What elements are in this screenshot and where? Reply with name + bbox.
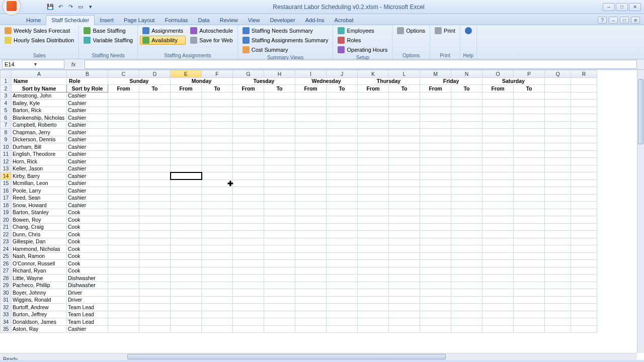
cell-E6[interactable] xyxy=(171,114,202,122)
cell-Q23[interactable] xyxy=(545,238,571,245)
cell-Q5[interactable] xyxy=(545,107,571,114)
cell-R20[interactable] xyxy=(571,216,597,224)
cell-N3[interactable] xyxy=(451,92,482,100)
cell-G5[interactable] xyxy=(233,107,264,114)
cell-role[interactable]: Cashier xyxy=(67,107,108,114)
row-header-34[interactable]: 34 xyxy=(1,318,12,326)
cell-G12[interactable] xyxy=(233,158,264,165)
cell-P19[interactable] xyxy=(514,209,545,216)
tab-data[interactable]: Data xyxy=(193,16,215,25)
qat-dropdown-icon[interactable]: ▾ xyxy=(87,3,95,11)
cell-C12[interactable] xyxy=(108,158,139,165)
cell-E21[interactable] xyxy=(171,223,202,231)
row-header-30[interactable]: 30 xyxy=(1,289,12,297)
cell-name[interactable]: Donaldson, James xyxy=(12,318,67,326)
row-header-15[interactable]: 15 xyxy=(1,179,12,187)
cell-Q19[interactable] xyxy=(545,209,571,216)
cell-E8[interactable] xyxy=(171,129,202,136)
tab-page-layout[interactable]: Page Layout xyxy=(119,16,160,25)
cell-I16[interactable] xyxy=(295,187,327,195)
cell-R35[interactable] xyxy=(571,325,597,333)
cell-D35[interactable] xyxy=(139,325,171,333)
cell-G4[interactable] xyxy=(233,100,264,107)
cell-J28[interactable] xyxy=(327,275,358,282)
cell-E23[interactable] xyxy=(171,238,202,245)
cell-E33[interactable] xyxy=(171,311,202,318)
col-header-L[interactable]: L xyxy=(389,70,420,78)
col-header-A[interactable]: A xyxy=(12,70,67,78)
cell-F8[interactable] xyxy=(202,129,233,136)
col-header-O[interactable]: O xyxy=(482,70,514,78)
cell-H19[interactable] xyxy=(264,209,295,216)
cell-F19[interactable] xyxy=(202,209,233,216)
cell-H31[interactable] xyxy=(264,296,295,304)
cell-E17[interactable] xyxy=(171,194,202,202)
cell-P10[interactable] xyxy=(514,143,545,151)
cell-F10[interactable] xyxy=(202,143,233,151)
cell-Q4[interactable] xyxy=(545,100,571,107)
cell-O25[interactable] xyxy=(482,252,514,260)
row-header-29[interactable]: 29 xyxy=(1,282,12,289)
cell-L12[interactable] xyxy=(389,158,420,165)
cell-C7[interactable] xyxy=(108,121,139,129)
cell-N9[interactable] xyxy=(451,136,482,143)
cell-H12[interactable] xyxy=(264,158,295,165)
cell-role[interactable]: Cook xyxy=(67,245,108,253)
cell-Q9[interactable] xyxy=(545,136,571,143)
cell-H24[interactable] xyxy=(264,245,295,253)
row-header-10[interactable]: 10 xyxy=(1,143,12,151)
cell-name[interactable]: O'Connor, Russell xyxy=(12,260,67,267)
cell-I5[interactable] xyxy=(295,107,327,114)
cell-D28[interactable] xyxy=(139,275,171,282)
sort-by-role-button[interactable]: Sort by Role xyxy=(67,85,108,93)
print-btn[interactable]: Print xyxy=(432,26,458,35)
cell-E28[interactable] xyxy=(171,275,202,282)
cell-G26[interactable] xyxy=(233,260,264,267)
cell-K22[interactable] xyxy=(358,231,389,238)
cell-H28[interactable] xyxy=(264,275,295,282)
cell-P9[interactable] xyxy=(514,136,545,143)
cell-J20[interactable] xyxy=(327,216,358,224)
cell-Q35[interactable] xyxy=(545,325,571,333)
cell-role[interactable]: Cook xyxy=(67,209,108,216)
cell-R14[interactable] xyxy=(571,172,597,180)
roles[interactable]: Roles xyxy=(335,36,390,45)
cell-G18[interactable] xyxy=(233,202,264,209)
cell-name[interactable]: Bowen, Roy xyxy=(12,216,67,224)
cell-P28[interactable] xyxy=(514,275,545,282)
row-header-22[interactable]: 22 xyxy=(1,231,12,238)
cell-D23[interactable] xyxy=(139,238,171,245)
cell-O18[interactable] xyxy=(482,202,514,209)
cell-K35[interactable] xyxy=(358,325,389,333)
cell-O30[interactable] xyxy=(482,289,514,297)
variable-staffing[interactable]: Variable Staffing xyxy=(81,36,135,45)
cell-L21[interactable] xyxy=(389,223,420,231)
cell-D6[interactable] xyxy=(139,114,171,122)
cell-M7[interactable] xyxy=(420,121,451,129)
cell-O32[interactable] xyxy=(482,304,514,311)
cell-Q3[interactable] xyxy=(545,92,571,100)
cell-name[interactable]: Aston, Ray xyxy=(12,325,67,333)
cell-F23[interactable] xyxy=(202,238,233,245)
row-header-28[interactable]: 28 xyxy=(1,275,12,282)
cell-Q6[interactable] xyxy=(545,114,571,122)
row-header-19[interactable]: 19 xyxy=(1,209,12,216)
cell-O6[interactable] xyxy=(482,114,514,122)
cell-O23[interactable] xyxy=(482,238,514,245)
cell-role[interactable]: Cashier xyxy=(67,172,108,180)
cell-J17[interactable] xyxy=(327,194,358,202)
cell-R24[interactable] xyxy=(571,245,597,253)
cell-P11[interactable] xyxy=(514,150,545,158)
cell-G17[interactable] xyxy=(233,194,264,202)
cell-H32[interactable] xyxy=(264,304,295,311)
cell-Q12[interactable] xyxy=(545,158,571,165)
cell-M19[interactable] xyxy=(420,209,451,216)
cell-Q27[interactable] xyxy=(545,267,571,275)
cell-Q33[interactable] xyxy=(545,311,571,318)
cell-Q14[interactable] xyxy=(545,172,571,180)
cell-F32[interactable] xyxy=(202,304,233,311)
cell-name[interactable]: Snow, Howard xyxy=(12,202,67,209)
cell-P7[interactable] xyxy=(514,121,545,129)
cell-I27[interactable] xyxy=(295,267,327,275)
cell-J19[interactable] xyxy=(327,209,358,216)
